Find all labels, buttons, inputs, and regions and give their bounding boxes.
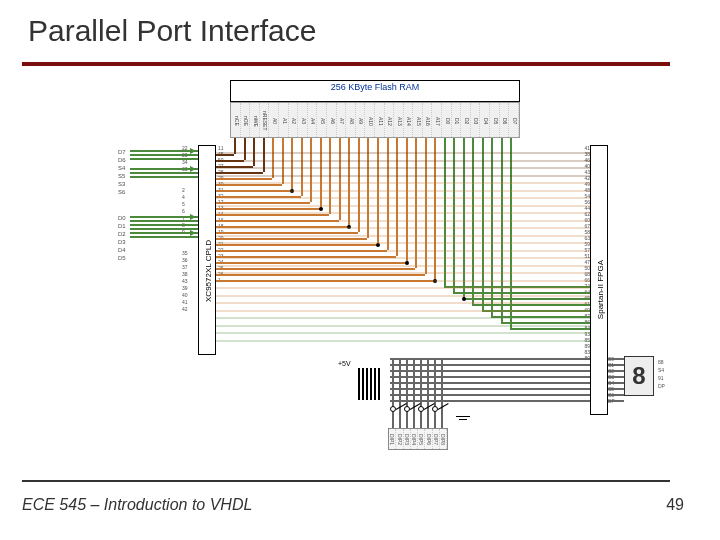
port-labels-a: D7D6S4S5S3S6 xyxy=(118,148,126,196)
arrow-icon xyxy=(190,166,196,172)
port-labels-b: D0D1D2D3D4D5 xyxy=(118,214,126,262)
arrow-icon xyxy=(190,214,196,220)
bus-wire xyxy=(130,150,198,152)
resistor xyxy=(358,376,382,384)
dip-switch-block: DIP1DIP2DIP3DIP4DIP5DIP6DIP7DIP8 xyxy=(388,428,448,450)
schematic-diagram: 256 KByte Flash RAM nCEnOEnWEnRESETA0A1A… xyxy=(130,80,670,470)
seven-segment-display: 8 xyxy=(624,356,654,396)
bus-wire xyxy=(130,168,198,170)
bus-wire xyxy=(130,172,198,174)
bus-wire xyxy=(130,236,198,238)
bus-wire xyxy=(130,224,198,226)
resistor xyxy=(358,368,382,376)
title-divider xyxy=(22,62,670,66)
arrow-icon xyxy=(190,230,196,236)
bus-wire xyxy=(130,176,198,178)
cpld-label: XC9572XL CPLD xyxy=(204,240,213,302)
bus-wire xyxy=(130,220,198,222)
flash-ram-pins: nCEnOEnWEnRESETA0A1A2A3A4A5A6A7A8A9A10A1… xyxy=(230,102,520,138)
page-number: 49 xyxy=(666,496,684,514)
switch-arm xyxy=(438,403,449,410)
bus-wire xyxy=(130,216,198,218)
resistor xyxy=(358,392,382,400)
flash-ram-block: 256 KByte Flash RAM xyxy=(230,80,520,102)
ground-symbol xyxy=(456,416,470,426)
bus-wire xyxy=(130,228,198,230)
bus-wire xyxy=(130,232,198,234)
bus-wire xyxy=(130,154,198,156)
footer-divider xyxy=(22,480,670,482)
page-title: Parallel Port Interface xyxy=(28,14,316,48)
arrow-icon xyxy=(190,148,196,154)
fpga-label: Spartan-II FPGA xyxy=(596,260,605,319)
footer-course: ECE 545 – Introduction to VHDL xyxy=(22,496,252,514)
seven-segment-pins-right: 88S491DP xyxy=(658,358,665,390)
bus-wire xyxy=(130,158,198,160)
resistor xyxy=(358,384,382,392)
voltage-label: +5V xyxy=(338,360,351,367)
